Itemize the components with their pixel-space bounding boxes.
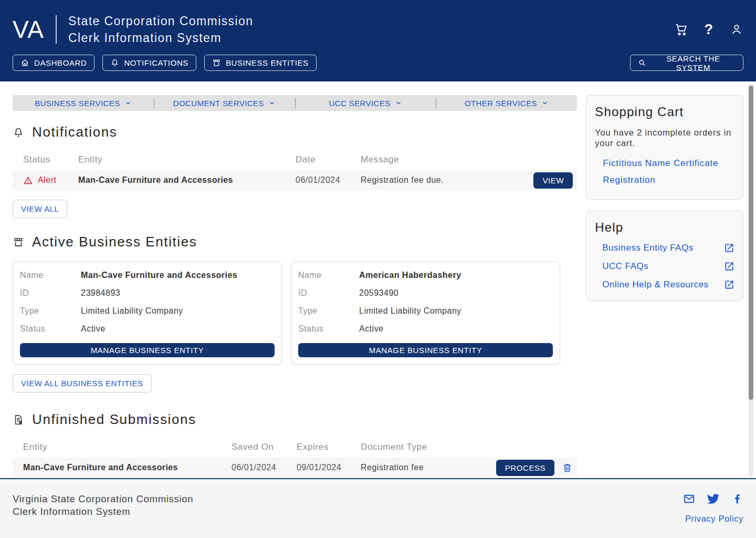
view-notification-button[interactable]: VIEW bbox=[533, 172, 573, 189]
shopping-cart-card: Shopping Cart You have 2 incomplete orde… bbox=[586, 95, 743, 200]
entity-name: American Haberdashery bbox=[359, 271, 553, 280]
col-entity: Entity bbox=[78, 154, 296, 165]
field-label-type: Type bbox=[20, 306, 81, 316]
footer-org: Virginia State Corporation Commission Cl… bbox=[13, 493, 193, 538]
entity-status: Active bbox=[359, 324, 553, 334]
field-label-id: ID bbox=[20, 288, 81, 298]
active-entities-section: Active Business Entities Name Man-Cave F… bbox=[13, 234, 577, 392]
col-saved-on: Saved On bbox=[232, 442, 297, 452]
app-title-line2: Clerk Information System bbox=[68, 29, 253, 46]
help-link-online-help-resources[interactable]: Online Help & Resources bbox=[595, 280, 734, 290]
notifications-section: Notifications Status Entity Date Message… bbox=[13, 124, 577, 218]
email-icon[interactable] bbox=[683, 493, 695, 505]
notification-date: 06/01/2024 bbox=[296, 175, 361, 185]
chevron-down-icon bbox=[124, 99, 132, 107]
status-text: Alert bbox=[38, 175, 56, 185]
submission-entity: Man-Cave Furniture and Accessories bbox=[23, 463, 232, 472]
help-link-label[interactable]: Business Entity FAQs bbox=[602, 243, 693, 253]
dropdown-ucc-services[interactable]: UCC SERVICES bbox=[295, 95, 436, 111]
app-title-line1: State Corporation Commission bbox=[68, 13, 253, 29]
privacy-policy-link[interactable]: Privacy Policy bbox=[685, 514, 743, 524]
va-logo: VA bbox=[13, 16, 44, 43]
submission-expires: 09/01/2024 bbox=[297, 463, 361, 472]
logo-divider bbox=[56, 15, 57, 44]
entity-card: Name Man-Cave Furniture and Accessories … bbox=[13, 262, 282, 365]
account-icon[interactable] bbox=[730, 23, 743, 36]
active-entities-title: Active Business Entities bbox=[32, 234, 197, 250]
help-icon[interactable]: ? bbox=[705, 23, 713, 36]
col-expires: Expires bbox=[297, 442, 361, 452]
nav-business-entities-label: BUSINESS ENTITIES bbox=[226, 58, 309, 67]
notification-row: Alert Man-Cave Furniture and Accessories… bbox=[13, 170, 577, 190]
shopping-cart-message: You have 2 incomplete orders in your car… bbox=[595, 127, 734, 148]
home-icon bbox=[20, 58, 29, 67]
alert-triangle-icon bbox=[23, 175, 33, 185]
services-bar: BUSINESS SERVICES DOCUMENT SERVICES UCC … bbox=[13, 95, 577, 111]
dropdown-other-services-label: OTHER SERVICES bbox=[465, 99, 537, 108]
submission-saved-on: 06/01/2024 bbox=[232, 463, 297, 472]
help-link-ucc-faqs[interactable]: UCC FAQs bbox=[595, 261, 734, 272]
search-system-label: SEARCH THE SYSTEM bbox=[651, 54, 736, 72]
nav-business-entities-button[interactable]: BUSINESS ENTITIES bbox=[204, 55, 317, 71]
cart-order-link[interactable]: Fictitious Name Certificate Registration bbox=[603, 155, 726, 189]
footer-org-line1: Virginia State Corporation Commission bbox=[13, 493, 193, 505]
delete-submission-button[interactable] bbox=[562, 462, 573, 473]
app-title: State Corporation Commission Clerk Infor… bbox=[68, 13, 253, 46]
col-document-type: Document Type bbox=[361, 442, 503, 452]
facebook-icon[interactable] bbox=[731, 493, 743, 505]
dropdown-business-services-label: BUSINESS SERVICES bbox=[35, 99, 120, 108]
storefront-icon bbox=[13, 236, 24, 248]
notifications-title: Notifications bbox=[32, 124, 117, 140]
scrollbar-track[interactable] bbox=[749, 84, 753, 477]
status-badge: Alert bbox=[23, 175, 78, 185]
external-link-icon bbox=[724, 261, 734, 272]
field-label-type: Type bbox=[298, 306, 359, 316]
notifications-table-header: Status Entity Date Message bbox=[13, 152, 577, 168]
process-submission-button[interactable]: PROCESS bbox=[496, 460, 555, 476]
help-title: Help bbox=[595, 220, 734, 235]
chevron-down-icon bbox=[541, 99, 549, 107]
nav-dashboard-label: DASHBOARD bbox=[34, 58, 87, 67]
footer-org-line2: Clerk Information System bbox=[13, 505, 193, 518]
dropdown-document-services-label: DOCUMENT SERVICES bbox=[173, 99, 264, 108]
nav-dashboard-button[interactable]: DASHBOARD bbox=[13, 55, 94, 71]
search-icon bbox=[638, 58, 646, 67]
search-system-button[interactable]: SEARCH THE SYSTEM bbox=[630, 55, 743, 71]
entity-type: Limited Liability Company bbox=[81, 306, 275, 316]
nav-notifications-button[interactable]: NOTIFICATIONS bbox=[102, 55, 196, 71]
field-label-id: ID bbox=[298, 288, 359, 298]
notification-message: Registration fee due. bbox=[361, 175, 526, 185]
page-footer: Virginia State Corporation Commission Cl… bbox=[0, 478, 756, 538]
dropdown-business-services[interactable]: BUSINESS SERVICES bbox=[13, 95, 154, 111]
external-link-icon bbox=[724, 243, 734, 253]
external-link-icon bbox=[724, 280, 734, 290]
entity-card: Name American Haberdashery ID 20593490 T… bbox=[291, 262, 560, 365]
entity-status: Active bbox=[81, 324, 275, 334]
view-all-notifications-button[interactable]: VIEW ALL bbox=[13, 200, 67, 218]
unfinished-table-header: Entity Saved On Expires Document Type bbox=[13, 439, 577, 455]
storefront-icon bbox=[212, 58, 221, 67]
manage-business-entity-button[interactable]: MANAGE BUSINESS ENTITY bbox=[20, 343, 275, 357]
manage-business-entity-button[interactable]: MANAGE BUSINESS ENTITY bbox=[298, 343, 553, 357]
chevron-down-icon bbox=[268, 99, 276, 107]
submission-doc-type: Registration fee bbox=[361, 463, 499, 472]
app-header: VA State Corporation Commission Clerk In… bbox=[0, 0, 756, 81]
col-status: Status bbox=[23, 154, 78, 165]
unfinished-submissions-section: ? Unfinished Submissions Entity Saved On… bbox=[13, 411, 577, 478]
twitter-icon[interactable] bbox=[707, 493, 719, 505]
notification-entity: Man-Cave Furniture and Accessories bbox=[78, 175, 296, 185]
col-date: Date bbox=[296, 154, 361, 165]
scrollbar-thumb[interactable] bbox=[749, 86, 753, 400]
dropdown-document-services[interactable]: DOCUMENT SERVICES bbox=[154, 95, 295, 111]
trash-icon bbox=[562, 462, 573, 473]
help-link-business-entity-faqs[interactable]: Business Entity FAQs bbox=[595, 243, 734, 253]
help-link-label[interactable]: UCC FAQs bbox=[602, 261, 648, 272]
bell-icon bbox=[110, 58, 119, 67]
field-label-status: Status bbox=[20, 324, 81, 334]
view-all-business-entities-button[interactable]: VIEW ALL BUSINESS ENTITIES bbox=[13, 374, 152, 392]
help-link-label[interactable]: Online Help & Resources bbox=[602, 280, 708, 290]
sidebar: Shopping Cart You have 2 incomplete orde… bbox=[586, 95, 743, 478]
dropdown-other-services[interactable]: OTHER SERVICES bbox=[436, 95, 577, 111]
svg-text:?: ? bbox=[19, 421, 22, 423]
cart-icon[interactable] bbox=[674, 23, 688, 36]
